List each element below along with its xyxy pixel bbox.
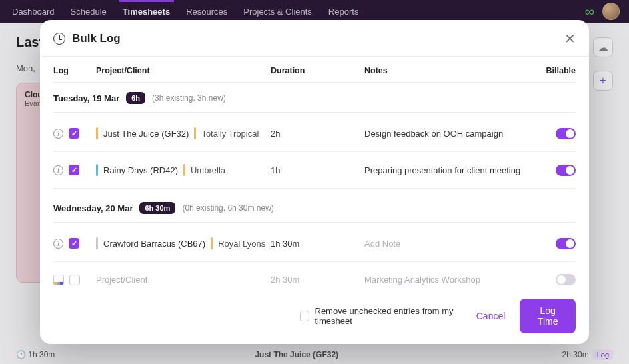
project-name: Rainy Days (RD42) xyxy=(103,165,178,175)
billable-toggle[interactable] xyxy=(556,165,576,176)
entry-checkbox[interactable] xyxy=(69,238,79,249)
entry-row: i Just The Juice (GF32) Totally Tropical… xyxy=(53,115,576,152)
billable-toggle[interactable] xyxy=(556,128,576,139)
entry-row: i Crawford Barracus (CB67) Royal Lyons 1… xyxy=(53,225,576,262)
project-placeholder: Project/Client xyxy=(96,275,147,285)
entry-checkbox[interactable] xyxy=(69,165,79,175)
cancel-button[interactable]: Cancel xyxy=(476,311,506,321)
col-notes: Notes xyxy=(364,66,541,75)
remove-unchecked-checkbox[interactable] xyxy=(300,311,309,321)
day-summary: (0h existing, 6h 30m new) xyxy=(182,203,273,213)
billable-toggle[interactable] xyxy=(556,238,576,249)
duration-cell[interactable]: 1h xyxy=(271,165,364,175)
calendar-icon[interactable] xyxy=(53,275,64,285)
remove-unchecked-label: Remove unchecked entries from my timeshe… xyxy=(315,306,462,326)
day-label: Wednesday, 20 Mar xyxy=(53,203,133,213)
project-cell[interactable]: Crawford Barracus (CB67) Royal Lyons xyxy=(96,237,271,249)
project-cell[interactable]: Rainy Days (RD42) Umbrella xyxy=(96,164,271,176)
duration-cell[interactable]: 2h xyxy=(271,129,364,139)
billable-toggle[interactable] xyxy=(556,274,576,285)
day-total-pill: 6h xyxy=(126,92,145,104)
project-cell[interactable]: Project/Client xyxy=(96,275,271,285)
project-color-bar xyxy=(96,127,98,139)
log-time-button[interactable]: Log Time xyxy=(520,299,576,333)
client-color-bar xyxy=(211,237,213,249)
modal-title-text: Bulk Log xyxy=(72,32,121,45)
entry-checkbox[interactable] xyxy=(69,128,79,139)
info-icon[interactable]: i xyxy=(53,239,63,249)
client-name: Totally Tropical xyxy=(201,129,259,139)
column-headers: Log Project/Client Duration Notes Billab… xyxy=(40,57,589,82)
project-color-bar xyxy=(96,237,98,249)
day-summary: (3h existing, 3h new) xyxy=(152,93,226,103)
modal-body: Tuesday, 19 Mar 6h (3h existing, 3h new)… xyxy=(40,82,589,288)
col-duration: Duration xyxy=(271,66,364,75)
notes-cell[interactable]: Marketing Analytics Workshop xyxy=(364,275,541,285)
info-icon[interactable]: i xyxy=(53,165,63,175)
col-billable: Billable xyxy=(541,66,576,75)
clock-icon xyxy=(53,33,65,45)
entry-row: i Rainy Days (RD42) Umbrella 1h Preparin… xyxy=(53,152,576,189)
project-name: Just The Juice (GF32) xyxy=(103,129,189,139)
close-icon[interactable]: ✕ xyxy=(564,31,576,47)
duration-cell[interactable]: 1h 30m xyxy=(271,239,364,249)
col-project: Project/Client xyxy=(96,66,271,75)
day-header: Wednesday, 20 Mar 6h 30m (0h existing, 6… xyxy=(53,193,576,223)
info-icon[interactable]: i xyxy=(53,129,63,139)
day-label: Tuesday, 19 Mar xyxy=(53,93,119,103)
bulk-log-modal: Bulk Log ✕ Log Project/Client Duration N… xyxy=(40,20,589,344)
project-name: Crawford Barracus (CB67) xyxy=(103,239,205,249)
modal-footer: Remove unchecked entries from my timeshe… xyxy=(40,288,589,344)
client-color-bar xyxy=(194,127,196,139)
notes-cell[interactable]: Design feedback on OOH campaign xyxy=(364,129,541,139)
notes-cell[interactable]: Add Note xyxy=(364,239,541,249)
project-color-bar xyxy=(96,164,98,176)
duration-cell[interactable]: 2h 30m xyxy=(271,275,364,285)
day-total-pill: 6h 30m xyxy=(139,202,175,214)
day-header: Tuesday, 19 Mar 6h (3h existing, 3h new) xyxy=(53,82,576,113)
entry-checkbox[interactable] xyxy=(69,275,80,285)
modal-header: Bulk Log ✕ xyxy=(40,20,589,57)
notes-cell[interactable]: Preparing presentation for client meetin… xyxy=(364,165,541,175)
col-log: Log xyxy=(53,66,96,75)
client-name: Umbrella xyxy=(191,165,225,175)
client-name: Royal Lyons xyxy=(218,239,265,249)
project-cell[interactable]: Just The Juice (GF32) Totally Tropical xyxy=(96,127,271,139)
client-color-bar xyxy=(183,164,185,176)
entry-row: Project/Client 2h 30m Marketing Analytic… xyxy=(53,262,576,288)
